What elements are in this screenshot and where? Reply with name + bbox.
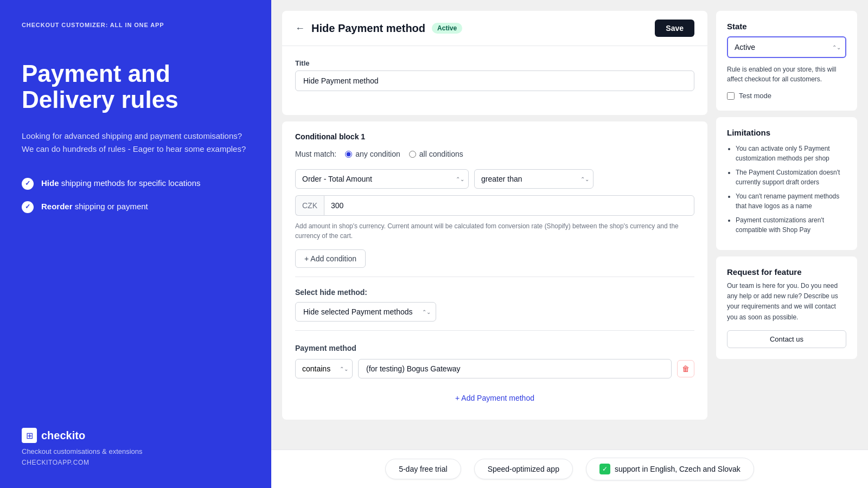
condition-op-wrapper: greater than less than equals not equals [474, 169, 593, 189]
any-condition-option[interactable]: any condition [345, 150, 400, 158]
test-mode-row: Test mode [727, 92, 846, 100]
feature-request-text: Our team is here for you. Do you need an… [727, 281, 846, 323]
divider [295, 277, 694, 277]
trash-icon: 🗑 [682, 364, 690, 373]
limitation-item: You can't rename payment methods that ha… [736, 191, 846, 211]
page-header: ← Hide Payment method Active Save [282, 11, 707, 46]
back-arrow[interactable]: ← [295, 23, 305, 34]
condition-op-select[interactable]: greater than less than equals not equals [474, 169, 593, 189]
any-condition-label: any condition [355, 150, 400, 158]
green-check-icon: ✓ [599, 464, 610, 474]
conditional-block-title: Conditional block 1 [295, 132, 694, 141]
bottom-bar: 5-day free trial Speed-optimized app ✓ s… [271, 450, 868, 488]
list-item-rest: shipping methods for specific locations [59, 178, 201, 188]
logo-icon [22, 428, 37, 443]
conditional-block: Conditional block 1 Must match: any cond… [282, 121, 707, 420]
limitation-item: The Payment Customization doesn't curren… [736, 168, 846, 187]
sidebar-tagline: Checkout customisations & extensions [22, 447, 250, 455]
main-content: ← Hide Payment method Active Save Title … [271, 0, 868, 488]
contact-button[interactable]: Contact us [727, 330, 846, 348]
bottom-pill-support-text: support in English, Czech and Slovak [615, 465, 741, 473]
add-payment-button[interactable]: + Add Payment method [295, 387, 694, 409]
amount-row: CZK [295, 195, 694, 216]
check-icon [22, 178, 34, 190]
payment-value-input[interactable] [358, 359, 672, 378]
state-select-wrapper: Active Inactive [727, 36, 846, 58]
page-header-left: ← Hide Payment method Active [295, 22, 462, 35]
select-hide-section: Select hide method: Hide selected Paymen… [295, 288, 694, 322]
divider2 [295, 330, 694, 331]
amount-hint: Add amount in shop's currency. Current a… [295, 221, 694, 241]
state-select[interactable]: Active Inactive [727, 36, 846, 58]
page-title: Hide Payment method [311, 22, 425, 35]
sidebar-url: CHECKITOAPP.COM [22, 459, 250, 466]
must-match-label: Must match: [295, 150, 336, 158]
condition-field-wrapper: Order - Total Amount Order - Subtotal Or… [295, 169, 469, 189]
hide-select-wrapper: Hide selected Payment methods Show selec… [295, 302, 436, 322]
title-input[interactable] [295, 70, 694, 91]
state-card: State Active Inactive Rule is enabled on… [716, 11, 857, 111]
list-item: Reorder shipping or payment [22, 201, 250, 213]
check-icon [22, 201, 34, 213]
center-panel: ← Hide Payment method Active Save Title … [282, 11, 707, 439]
test-mode-label: Test mode [739, 92, 771, 100]
limitations-title: Limitations [727, 128, 846, 137]
hide-method-select[interactable]: Hide selected Payment methods Show selec… [295, 302, 436, 322]
amount-input[interactable] [324, 195, 694, 216]
condition-field-select[interactable]: Order - Total Amount Order - Subtotal Or… [295, 169, 469, 189]
all-conditions-option[interactable]: all conditions [409, 150, 463, 158]
sidebar-sub: Looking for advanced shipping and paymen… [22, 130, 250, 156]
title-group: Title [295, 59, 694, 91]
main-body: ← Hide Payment method Active Save Title … [271, 0, 868, 450]
state-title: State [727, 22, 846, 31]
bottom-pill-support: ✓ support in English, Czech and Slovak [586, 458, 754, 480]
feature-request-card: Request for feature Our team is here for… [716, 256, 857, 359]
payment-method-label: Payment method [295, 344, 694, 352]
list-item: Hide shipping methods for specific locat… [22, 177, 250, 190]
sidebar-brand: CHECKOUT CUSTOMIZER: ALL IN ONE APP [22, 22, 250, 28]
select-hide-label: Select hide method: [295, 288, 694, 297]
limitations-card: Limitations You can activate only 5 Paym… [716, 117, 857, 250]
sidebar: CHECKOUT CUSTOMIZER: ALL IN ONE APP Paym… [0, 0, 271, 488]
bottom-pill-trial: 5-day free trial [385, 459, 461, 479]
all-conditions-label: all conditions [419, 150, 463, 158]
limitation-item: Payment customizations aren't compatible… [736, 215, 846, 235]
feature-request-title: Request for feature [727, 267, 846, 277]
sidebar-headline: Payment and Delivery rules [22, 61, 250, 113]
currency-prefix: CZK [295, 195, 324, 216]
list-item-bold: Hide [41, 178, 59, 188]
payment-method-section: Payment method contains equals starts wi… [295, 344, 694, 409]
bottom-pill-speed: Speed-optimized app [474, 459, 573, 479]
contains-select-wrapper: contains equals starts with [295, 359, 353, 378]
logo-text: checkito [41, 429, 85, 442]
sidebar-list: Hide shipping methods for specific locat… [22, 177, 250, 224]
add-condition-button[interactable]: + Add condition [295, 249, 366, 268]
active-badge: Active [432, 23, 462, 34]
limitations-list: You can activate only 5 Payment customiz… [727, 144, 846, 235]
title-label: Title [295, 59, 694, 67]
save-button[interactable]: Save [655, 20, 694, 37]
sidebar-footer: checkito Checkout customisations & exten… [22, 428, 250, 466]
must-match-row: Must match: any condition all conditions [295, 150, 694, 158]
payment-method-row: contains equals starts with 🗑 [295, 359, 694, 378]
state-hint: Rule is enabled on your store, this will… [727, 65, 846, 84]
delete-payment-button[interactable]: 🗑 [677, 360, 694, 377]
list-item-rest: shipping or payment [73, 202, 148, 211]
condition-row: Order - Total Amount Order - Subtotal Or… [295, 169, 694, 189]
right-panel: State Active Inactive Rule is enabled on… [716, 11, 857, 439]
limitation-item: You can activate only 5 Payment customiz… [736, 144, 846, 163]
list-item-bold: Reorder [41, 202, 73, 211]
contains-select[interactable]: contains equals starts with [295, 359, 353, 378]
sidebar-logo: checkito [22, 428, 250, 443]
test-mode-checkbox[interactable] [727, 92, 735, 100]
form-card: Title [282, 46, 707, 115]
